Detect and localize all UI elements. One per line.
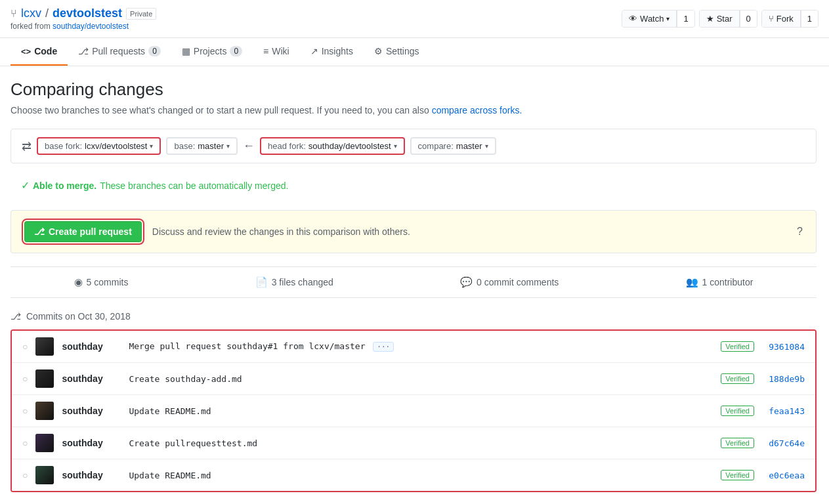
- base-branch-select[interactable]: base: master ▾: [166, 137, 238, 155]
- tab-settings[interactable]: ⚙ Settings: [364, 38, 430, 66]
- merge-able-text: Able to merge.: [33, 180, 96, 191]
- repo-title: ⑂ lcxv / devtoolstest Private forked fro…: [11, 7, 156, 31]
- base-value: master: [198, 141, 224, 151]
- projects-badge: 0: [230, 46, 242, 56]
- base-fork-value: lcxv/devtoolstest: [85, 141, 147, 151]
- commit-author[interactable]: southday: [62, 438, 121, 448]
- commit-message: Create pullrequesttest.md: [129, 438, 713, 448]
- head-fork-arrow-icon: ▾: [394, 142, 397, 150]
- commit-dot-icon: ○: [22, 373, 28, 384]
- commit-dot-icon: ○: [22, 406, 28, 416]
- star-icon: ★: [706, 14, 714, 24]
- commit-ellipsis[interactable]: ···: [373, 342, 394, 352]
- checkmark-icon: ✓: [21, 179, 30, 192]
- head-fork-value: southday/devtoolstest: [308, 141, 391, 151]
- tab-code[interactable]: <> Code: [11, 38, 68, 66]
- commit-row: ○ southday Create pullrequesttest.md Ver…: [12, 427, 815, 459]
- commit-hash-link[interactable]: 9361084: [762, 342, 805, 352]
- files-stat[interactable]: 📄 3 files changed: [255, 276, 333, 288]
- repo-name-link[interactable]: devtoolstest: [53, 7, 122, 20]
- fork-label: Fork: [776, 14, 794, 24]
- base-arrow-icon: ▾: [226, 142, 230, 150]
- tab-insights[interactable]: ↗ Insights: [300, 38, 364, 66]
- projects-icon: ▦: [182, 46, 190, 56]
- contributors-icon: 👥: [686, 276, 698, 288]
- base-fork-select[interactable]: base fork: lcxv/devtoolstest ▾: [37, 137, 161, 155]
- commit-author[interactable]: southday: [62, 406, 121, 416]
- commit-row: ○ southday Merge pull request southday#1…: [12, 331, 815, 363]
- star-group: ★ Star 0: [699, 10, 757, 28]
- tab-insights-label: Insights: [322, 46, 353, 56]
- commit-hash-link[interactable]: e0c6eaa: [762, 471, 805, 480]
- pr-btn-icon: ⎇: [34, 226, 45, 237]
- page-subtitle: Choose two branches to see what's change…: [11, 105, 817, 116]
- compare-label: compare:: [418, 141, 454, 151]
- commit-hash-link[interactable]: feaa143: [762, 406, 805, 416]
- fork-button[interactable]: ⑂ Fork: [762, 10, 801, 27]
- tab-wiki[interactable]: ≡ Wiki: [253, 38, 300, 66]
- commits-table: ○ southday Merge pull request southday#1…: [11, 329, 817, 492]
- commits-header: ⎇ Commits on Oct 30, 2018: [11, 311, 817, 322]
- eye-icon: 👁: [629, 14, 637, 24]
- commit-row: ○ southday Create southday-add.md Verifi…: [12, 363, 815, 395]
- commit-hash-link[interactable]: d67c64e: [762, 438, 805, 448]
- commits-section: ⎇ Commits on Oct 30, 2018 ○ southday Mer…: [11, 311, 817, 492]
- compare-branch-select[interactable]: compare: master ▾: [410, 137, 496, 155]
- merge-desc: These branches can be automatically merg…: [100, 180, 288, 191]
- commit-message: Merge pull request southday#1 from lcxv/…: [129, 341, 713, 352]
- create-pr-box: ⎇ Create pull request Discuss and review…: [11, 210, 817, 253]
- commit-message: Update README.md: [129, 471, 713, 480]
- star-button[interactable]: ★ Star: [700, 10, 740, 27]
- settings-icon: ⚙: [374, 46, 383, 56]
- commits-stat[interactable]: ◉ 5 commits: [74, 276, 129, 288]
- tab-code-label: Code: [34, 46, 57, 56]
- base-fork-label: base fork:: [45, 141, 82, 151]
- base-fork-arrow-icon: ▾: [150, 142, 153, 150]
- repo-header: ⑂ lcxv / devtoolstest Private forked fro…: [0, 0, 829, 38]
- stats-row: ◉ 5 commits 📄 3 files changed 💬 0 commit…: [11, 266, 817, 298]
- watch-label: Watch: [640, 14, 664, 24]
- commit-author[interactable]: southday: [62, 341, 121, 352]
- tab-projects[interactable]: ▦ Projects 0: [171, 38, 253, 66]
- compare-forks-link[interactable]: compare across forks.: [432, 105, 522, 116]
- create-pr-description: Discuss and review the changes in this c…: [152, 226, 786, 237]
- compare-arrows-icon: ⇄: [22, 139, 32, 154]
- verified-badge: Verified: [721, 406, 754, 416]
- forked-from-link[interactable]: southday/devtoolstest: [53, 22, 129, 31]
- repo-name-row: ⑂ lcxv / devtoolstest Private: [11, 7, 156, 20]
- commit-author[interactable]: southday: [62, 470, 121, 480]
- help-icon[interactable]: ?: [797, 226, 803, 238]
- subtitle-text: Choose two branches to see what's change…: [11, 105, 429, 116]
- contributors-stat[interactable]: 👥 1 contributor: [686, 276, 754, 288]
- head-fork-select[interactable]: head fork: southday/devtoolstest ▾: [260, 137, 405, 155]
- verified-badge: Verified: [721, 341, 754, 352]
- tab-pull-requests[interactable]: ⎇ Pull requests 0: [68, 38, 171, 66]
- commit-avatar: [35, 402, 54, 420]
- tab-settings-label: Settings: [386, 46, 419, 56]
- commits-header-icon: ⎇: [11, 311, 21, 322]
- repo-actions: 👁 Watch ▾ 1 ★ Star 0 ⑂ Fork 1: [618, 10, 818, 28]
- tab-pr-label: Pull requests: [92, 46, 145, 56]
- commit-author[interactable]: southday: [62, 373, 121, 384]
- comments-stat[interactable]: 💬 0 commit comments: [460, 276, 559, 288]
- commit-message: Create southday-add.md: [129, 374, 713, 384]
- page-title: Comparing changes: [11, 79, 817, 100]
- create-pr-button[interactable]: ⎇ Create pull request: [24, 221, 142, 242]
- tab-wiki-label: Wiki: [272, 46, 289, 56]
- star-count: 0: [740, 10, 757, 27]
- pr-icon: ⎇: [78, 46, 89, 56]
- repo-icon: ⑂: [11, 8, 17, 20]
- commit-hash-link[interactable]: 188de9b: [762, 374, 805, 384]
- watch-button[interactable]: 👁 Watch ▾: [622, 10, 677, 27]
- base-label: base:: [174, 141, 195, 151]
- create-pr-label: Create pull request: [49, 226, 132, 237]
- comments-icon: 💬: [460, 276, 473, 288]
- compare-controls: ⇄ base fork: lcxv/devtoolstest ▾ base: m…: [11, 129, 817, 163]
- commit-message: Update README.md: [129, 406, 713, 416]
- commits-label: 5 commits: [87, 277, 129, 287]
- private-badge: Private: [126, 8, 156, 20]
- commits-header-text: Commits on Oct 30, 2018: [26, 311, 131, 322]
- repo-owner-link[interactable]: lcxv: [21, 7, 41, 20]
- commits-icon: ◉: [74, 276, 83, 288]
- wiki-icon: ≡: [263, 46, 268, 56]
